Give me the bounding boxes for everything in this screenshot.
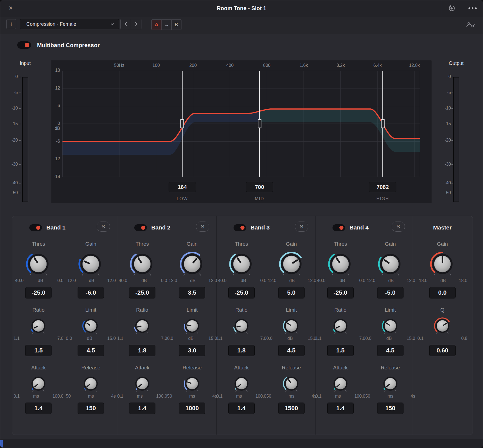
- knob-cell-gain: Gain -12.0 dB 12.0 -5.0: [365, 232, 415, 298]
- knob-value[interactable]: 5.0: [278, 287, 305, 298]
- knob-value[interactable]: 150: [377, 403, 404, 414]
- knob[interactable]: [377, 251, 404, 277]
- meter-tick: [19, 193, 21, 193]
- band-enable-toggle[interactable]: [234, 224, 246, 231]
- knob-unit: ms: [88, 394, 94, 399]
- knob[interactable]: [327, 251, 354, 277]
- knob-value[interactable]: 4.5: [278, 345, 305, 356]
- knob[interactable]: [232, 375, 251, 393]
- knob[interactable]: [29, 375, 47, 393]
- band-enable-toggle[interactable]: [134, 224, 147, 231]
- knob-value[interactable]: 3.0: [179, 345, 205, 356]
- reset-history-button[interactable]: [441, 0, 462, 16]
- knob-value[interactable]: 3.5: [179, 287, 205, 298]
- knob-value[interactable]: 4.5: [377, 345, 404, 356]
- knob-value[interactable]: 1.8: [228, 345, 255, 356]
- knob[interactable]: [82, 375, 100, 393]
- knob[interactable]: [429, 251, 456, 277]
- knob-value[interactable]: 1.4: [228, 403, 255, 414]
- knob[interactable]: [433, 317, 451, 335]
- knob-value[interactable]: 150: [78, 403, 104, 414]
- knob[interactable]: [232, 317, 251, 335]
- crossover-freq-high[interactable]: 7082: [369, 182, 396, 192]
- ab-b-button[interactable]: B: [171, 20, 181, 30]
- knob-cell-thres: Thres -40.0 dB 0.0 -25.0: [217, 232, 266, 298]
- knob-label: Attack: [31, 364, 46, 371]
- plugin-enable-toggle[interactable]: [17, 41, 31, 49]
- band-enable-toggle[interactable]: [29, 224, 42, 231]
- knob-value[interactable]: 0.60: [429, 345, 456, 356]
- input-label: Input: [11, 61, 39, 66]
- knob-cell-limit: Limit 0.0 dB 15.0 3.0: [167, 298, 217, 356]
- knob[interactable]: [82, 317, 100, 335]
- knob-value[interactable]: -25.0: [129, 287, 155, 298]
- knob-value[interactable]: 1500: [278, 403, 305, 414]
- crossover-label: LOW: [169, 196, 196, 201]
- crossover-freq-mid[interactable]: 700: [246, 182, 273, 192]
- knob[interactable]: [183, 317, 201, 335]
- band-enable-toggle[interactable]: [333, 224, 345, 231]
- freq-tick: 1.6k: [293, 63, 315, 68]
- knob-value[interactable]: 1.5: [327, 345, 354, 356]
- knob[interactable]: [228, 251, 255, 277]
- knob[interactable]: [179, 251, 205, 277]
- crossover-label: HIGH: [369, 196, 396, 201]
- knob[interactable]: [331, 317, 350, 335]
- knob[interactable]: [278, 251, 305, 277]
- knob-range-min: 50: [365, 394, 370, 399]
- solo-button[interactable]: S: [295, 222, 308, 232]
- knob-value[interactable]: 4.5: [78, 345, 104, 356]
- ab-copy-arrow-button[interactable]: →: [161, 20, 171, 30]
- solo-button[interactable]: S: [97, 222, 110, 232]
- knob[interactable]: [381, 375, 399, 393]
- knob-label: Gain: [187, 241, 198, 247]
- db-tick: -18: [51, 174, 60, 179]
- knob-value[interactable]: 1.8: [129, 345, 155, 356]
- meter-tick: [19, 183, 21, 183]
- knob-value[interactable]: -25.0: [25, 287, 52, 298]
- knob[interactable]: [381, 317, 399, 335]
- meter-scale-label: -5: [437, 90, 451, 95]
- knob-range-max: 0.0: [260, 278, 266, 283]
- meter-tick: [451, 164, 453, 165]
- solo-button[interactable]: S: [196, 222, 209, 232]
- knob[interactable]: [29, 317, 47, 335]
- next-preset-button[interactable]: [131, 19, 141, 29]
- knob-value[interactable]: 1.5: [25, 345, 52, 356]
- knob[interactable]: [133, 375, 151, 393]
- knob-value[interactable]: -6.0: [78, 287, 104, 298]
- knob[interactable]: [78, 251, 104, 277]
- knob[interactable]: [282, 375, 300, 393]
- knob[interactable]: [183, 375, 201, 393]
- add-preset-button[interactable]: +: [6, 19, 16, 29]
- knob-value[interactable]: 1.4: [129, 403, 155, 414]
- knob-value[interactable]: 1.4: [327, 403, 354, 414]
- knob-cell-release: Release 50 ms 4s 1000: [167, 356, 217, 414]
- solo-button[interactable]: S: [392, 222, 405, 232]
- knob[interactable]: [331, 375, 350, 393]
- freq-tick: 6.4k: [366, 63, 388, 68]
- automation-curve-icon[interactable]: [464, 20, 477, 30]
- knob-range-max: 0.0: [57, 278, 63, 283]
- more-menu-button[interactable]: [462, 0, 483, 16]
- ab-a-button[interactable]: A: [152, 20, 161, 30]
- knob-value[interactable]: -25.0: [327, 287, 354, 298]
- crossover-freq-low[interactable]: 164: [169, 182, 196, 192]
- knob[interactable]: [25, 251, 52, 277]
- knob[interactable]: [282, 317, 300, 335]
- crossover-handle-1[interactable]: [258, 120, 261, 128]
- knob-value[interactable]: -25.0: [228, 287, 255, 298]
- knob[interactable]: [133, 317, 151, 335]
- knob[interactable]: [129, 251, 155, 277]
- db-tick: 18: [51, 68, 60, 73]
- band-name: Band 3: [251, 224, 270, 231]
- previous-preset-button[interactable]: [120, 19, 131, 29]
- knob-value[interactable]: 1000: [179, 403, 205, 414]
- crossover-handle-0[interactable]: [181, 120, 184, 128]
- knob-range-min: 0.0: [266, 336, 272, 341]
- knob-value[interactable]: 0.0: [429, 287, 456, 298]
- knob-value[interactable]: -5.0: [377, 287, 404, 298]
- crossover-handle-2[interactable]: [381, 120, 384, 128]
- preset-dropdown[interactable]: Compression - Female: [20, 19, 119, 29]
- knob-value[interactable]: 1.4: [25, 403, 52, 414]
